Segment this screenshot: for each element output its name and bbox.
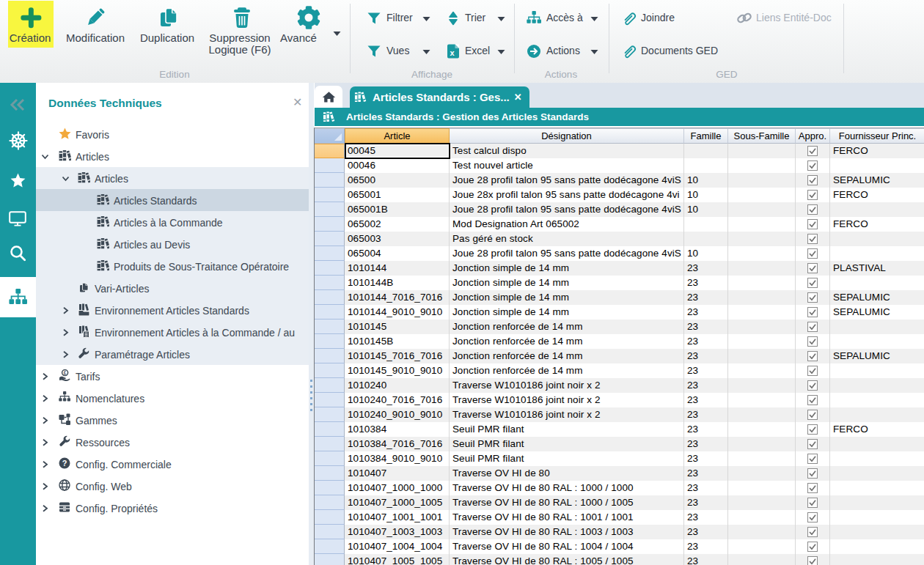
svg-text:£: £ (64, 370, 67, 375)
svg-text:?: ? (62, 459, 67, 468)
svg-text:x: x (450, 48, 455, 57)
